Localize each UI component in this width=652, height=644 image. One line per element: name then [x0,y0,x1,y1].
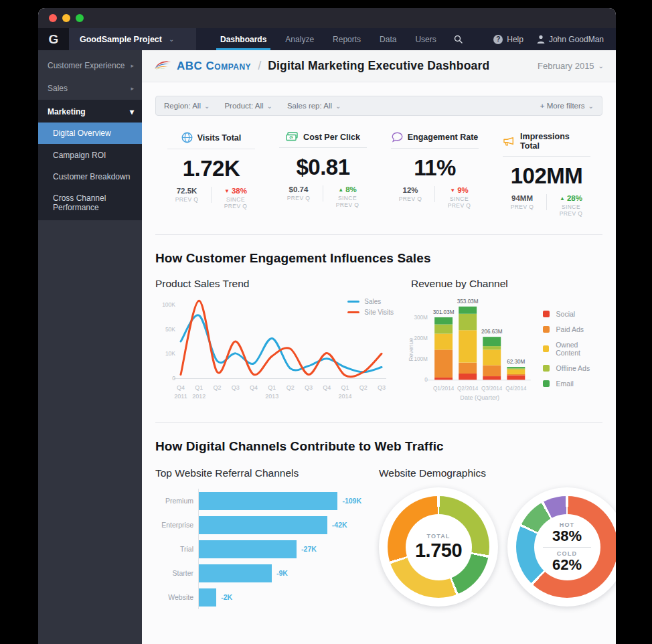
sidebar-item-label: Customer Experience [48,61,125,70]
sidebar-item-campaign-roi[interactable]: Campaign ROI [38,145,142,165]
chevron-right-icon: ▸ [131,85,134,92]
more-filters-button[interactable]: + More filters ⌄ [540,102,594,110]
kpi-value: 1.72K [183,156,240,181]
hbar-category-label: Premium [156,497,193,505]
kpi-prev-caption: PREV Q [396,195,425,202]
chevron-down-icon: ⌄ [588,102,594,110]
sidebar-item-sales[interactable]: Sales ▸ [38,77,142,100]
svg-text:Q2: Q2 [359,384,368,391]
kpi-prev-value: 72.5K [172,187,201,195]
svg-text:Q2: Q2 [287,384,295,391]
filter-product[interactable]: Product: All ⌄ [224,102,272,110]
bar-segment [459,363,477,374]
kpi-visits-total: Visits Total 1.72K 72.5K PREV Q ▼ [155,132,267,217]
page-title: Digital Marketing Executive Dashboard [268,59,489,73]
tab-users[interactable]: Users [406,28,445,50]
trend-arrow-icon: ▲ [560,195,565,202]
tab-dashboards[interactable]: Dashboards [211,28,276,50]
nav-tabs: Dashboards Analyze Reports Data Users [211,28,471,50]
bar-segment [459,307,477,314]
legend-swatch [543,345,550,352]
kpi-value: 11% [414,155,456,181]
hbar-value-label: -9K [276,569,288,577]
svg-text:Q4: Q4 [323,384,331,391]
sidebar-item-customer-breakdown[interactable]: Customer Breakdown [38,167,142,187]
engagement-charts-row: SalesSite Visits 010K50K100KQ42011Q12012… [155,293,602,410]
legend-swatch [543,380,550,387]
bar-segment [483,349,501,365]
legend-item: Email [543,380,602,388]
legend-label: Offline Ads [556,364,590,372]
hbar-category-label: Trial [156,545,193,553]
chevron-down-icon: ⌄ [335,102,341,110]
svg-text:200M: 200M [414,335,428,341]
user-menu[interactable]: John GoodMan [537,35,604,44]
legend-item: Social [543,310,602,318]
trend-arrow-icon: ▼ [450,187,455,193]
donut-total-card: TOTAL 1.750 [379,487,498,607]
chevron-down-icon: ⌄ [169,35,174,43]
legend-label: Sales [364,298,381,305]
svg-text:Q4/2014: Q4/2014 [505,386,527,392]
search-button[interactable] [446,28,471,50]
speech-bubble-icon [392,132,403,143]
tab-analyze[interactable]: Analyze [276,28,323,50]
gooddata-logo[interactable]: G [38,28,69,50]
search-icon [454,35,463,44]
bar-segment [483,366,501,376]
globe-icon [181,132,193,143]
cold-value: 62% [552,557,582,572]
referral-bars: Premium-109KEnterprise-42KTrial-27KStart… [198,489,361,609]
user-icon [537,35,545,44]
filter-sales-rep[interactable]: Sales rep: All ⌄ [287,102,341,110]
hbar-row: Premium-109K [199,489,361,513]
bar-segment [434,334,453,350]
hbar-row: Trial-27K [199,537,361,561]
svg-text:Q1: Q1 [195,384,203,391]
svg-text:Q4: Q4 [250,384,258,391]
sidebar-item-marketing[interactable]: Marketing ▾ [38,100,142,123]
sidebar-item-cross-channel-performance[interactable]: Cross Channel Performance [38,188,142,218]
kpi-prev-value: $0.74 [284,185,313,193]
svg-text:300M: 300M [414,315,428,321]
donut-total-label: TOTAL [426,533,450,540]
zoom-window-button[interactable] [76,14,84,22]
bar-segment [507,367,525,368]
tab-data[interactable]: Data [370,28,406,50]
kpi-value: $0.81 [296,155,349,180]
bar-segment [483,337,501,346]
product-sales-trend-chart: SalesSite Visits 010K50K100KQ42011Q12012… [155,293,398,410]
bar-segment [507,376,525,380]
hbar-bar [199,564,272,582]
filter-label: Region: All [164,102,201,110]
period-selector[interactable]: February 2015 ⌄ [538,61,604,71]
legend-item: Offline Ads [543,364,602,372]
svg-text:301.03M: 301.03M [433,309,455,315]
legend-swatch [543,311,550,317]
kpi-impressions-total: Impressions Total 102MM 94MM PREV Q ▲ [491,132,602,217]
app-window: G GoodSample Project ⌄ Dashboards Analyz… [38,8,616,644]
user-name: John GoodMan [549,35,604,44]
filter-region[interactable]: Region: All ⌄ [164,102,210,110]
minimize-window-button[interactable] [62,14,70,22]
demographics-title: Website Demographics [379,467,616,479]
sidebar-item-digital-overview[interactable]: Digital Overview [38,123,142,144]
hbar-row: Enterprise-42K [199,513,361,537]
bar-segment [507,370,525,374]
sidebar-item-label: Sales [48,84,68,93]
company-brand: ABC Company [154,58,251,74]
svg-text:2012: 2012 [192,393,206,400]
help-button[interactable]: ? Help [493,35,523,44]
kpi-prev-value: 12% [396,186,425,194]
close-window-button[interactable] [49,14,57,22]
more-filters-label: + More filters [540,102,585,110]
project-selector[interactable]: GoodSample Project ⌄ [69,28,196,50]
tab-reports[interactable]: Reports [323,28,370,50]
svg-text:100M: 100M [414,356,428,362]
sidebar-item-customer-experience[interactable]: Customer Experience ▸ [38,54,142,77]
kpi-prev-caption: PREV Q [172,196,201,203]
website-demographics: Website Demographics TOTAL 1.750 [379,455,616,609]
hbar-chart-title: Top Website Referral Channels [155,467,361,479]
line-chart-title: Product Sales Trend [155,278,398,290]
legend-label: Site Visits [364,309,394,316]
